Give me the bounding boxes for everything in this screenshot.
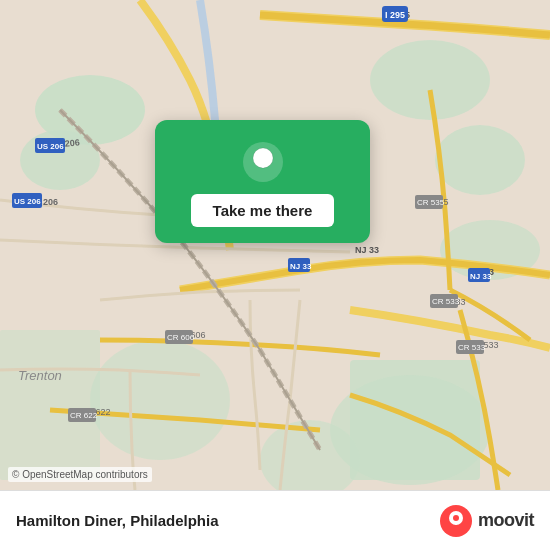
moovit-icon (440, 505, 472, 537)
svg-text:NJ 33: NJ 33 (355, 245, 379, 255)
svg-rect-9 (0, 330, 100, 480)
svg-text:CR 622: CR 622 (70, 411, 98, 420)
svg-text:CR 535: CR 535 (417, 198, 445, 207)
map: US 206 US 206 I 295 CR 535 NJ 33 NJ 33 C… (0, 0, 550, 490)
svg-point-46 (453, 515, 459, 521)
location-pin-icon (241, 140, 285, 184)
svg-text:US 206: US 206 (14, 197, 41, 206)
svg-text:US 206: US 206 (37, 142, 64, 151)
svg-point-4 (435, 125, 525, 195)
svg-text:NJ 33: NJ 33 (470, 272, 492, 281)
take-me-there-button[interactable]: Take me there (191, 194, 335, 227)
svg-text:I 295: I 295 (385, 10, 405, 20)
map-attribution: © OpenStreetMap contributors (8, 467, 152, 482)
svg-text:NJ 33: NJ 33 (290, 262, 312, 271)
place-name: Hamilton Diner, Philadelphia (16, 512, 219, 529)
svg-text:Trenton: Trenton (18, 368, 62, 383)
svg-text:CR 533: CR 533 (458, 343, 486, 352)
svg-text:CR 533: CR 533 (432, 297, 460, 306)
moovit-brand-text: moovit (478, 510, 534, 531)
svg-point-7 (90, 340, 230, 460)
svg-text:CR 606: CR 606 (167, 333, 195, 342)
moovit-logo: moovit (440, 505, 534, 537)
bottom-bar: Hamilton Diner, Philadelphia moovit (0, 490, 550, 550)
svg-point-3 (370, 40, 490, 120)
location-popup: Take me there (155, 120, 370, 243)
